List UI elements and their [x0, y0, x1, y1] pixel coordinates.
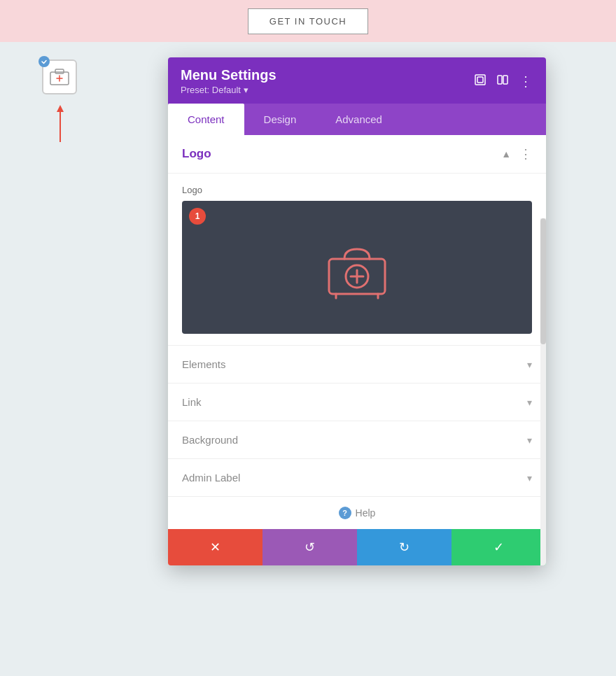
settings-panel: Menu Settings Preset: Default ▾ ⋮ — [168, 57, 546, 565]
background-chevron-icon: ▾ — [527, 435, 532, 446]
module-check-badge — [38, 56, 50, 67]
elements-chevron-icon: ▾ — [527, 359, 532, 370]
logo-field-label: Logo — [182, 185, 532, 195]
save-button[interactable]: ✓ — [451, 529, 546, 565]
logo-options-icon[interactable]: ⋮ — [519, 146, 532, 162]
module-element[interactable] — [38, 56, 80, 98]
columns-icon[interactable] — [496, 73, 509, 89]
get-in-touch-button[interactable]: GET IN TOUCH — [248, 8, 368, 34]
admin-label-label: Admin Label — [182, 472, 240, 484]
preset-label: Preset: Default — [181, 85, 241, 95]
logo-upload-area[interactable]: 1 — [182, 201, 532, 334]
svg-rect-6 — [475, 75, 485, 85]
svg-rect-1 — [55, 69, 64, 73]
panel-title: Menu Settings — [181, 67, 276, 83]
link-chevron-icon: ▾ — [527, 397, 532, 408]
tab-content[interactable]: Content — [168, 104, 244, 135]
module-icon-wrapper — [42, 59, 77, 94]
elements-section[interactable]: Elements ▾ — [168, 345, 546, 383]
reset-button[interactable]: ↺ — [262, 529, 357, 565]
link-label: Link — [182, 396, 202, 408]
panel-header-left: Menu Settings Preset: Default ▾ — [181, 67, 276, 95]
help-text: Help — [356, 507, 376, 519]
header-bar: GET IN TOUCH — [0, 0, 616, 42]
logo-section-title: Logo — [182, 147, 211, 161]
cancel-button[interactable]: ✕ — [168, 529, 262, 565]
save-icon: ✓ — [493, 540, 504, 555]
reset-icon: ↺ — [304, 540, 315, 555]
link-section[interactable]: Link ▾ — [168, 383, 546, 421]
logo-content: Logo 1 — [168, 174, 546, 345]
panel-preset[interactable]: Preset: Default ▾ — [181, 85, 276, 95]
preset-chevron-icon: ▾ — [244, 85, 248, 95]
svg-rect-9 — [503, 76, 507, 84]
logo-collapse-icon[interactable]: ▲ — [501, 148, 511, 160]
background-section[interactable]: Background ▾ — [168, 421, 546, 458]
panel-tabs: Content Design Advanced — [168, 104, 546, 135]
redo-button[interactable]: ↻ — [357, 529, 451, 565]
admin-label-section[interactable]: Admin Label ▾ — [168, 458, 546, 496]
cancel-icon: ✕ — [210, 540, 220, 555]
logo-badge: 1 — [189, 208, 206, 225]
scrollbar-thumb — [540, 218, 546, 344]
fullscreen-icon[interactable] — [474, 73, 486, 89]
svg-rect-8 — [498, 76, 502, 84]
logo-section-header: Logo ▲ ⋮ — [168, 135, 546, 174]
logo-section-actions: ▲ ⋮ — [501, 146, 532, 162]
panel-actions: ✕ ↺ ↻ ✓ — [168, 529, 546, 565]
more-options-icon[interactable]: ⋮ — [519, 73, 533, 90]
elements-label: Elements — [182, 358, 226, 370]
help-icon: ? — [339, 507, 351, 519]
svg-rect-7 — [477, 77, 483, 83]
panel-body: Logo ▲ ⋮ Logo 1 — [168, 135, 546, 529]
panel-header: Menu Settings Preset: Default ▾ ⋮ — [168, 57, 546, 104]
tab-advanced[interactable]: Advanced — [316, 104, 402, 135]
background-label: Background — [182, 434, 238, 446]
arrow-indicator — [55, 104, 65, 146]
panel-scrollbar[interactable] — [540, 218, 546, 565]
help-section[interactable]: ? Help — [168, 496, 546, 529]
tab-design[interactable]: Design — [244, 104, 316, 135]
admin-label-chevron-icon: ▾ — [527, 472, 532, 484]
panel-header-actions: ⋮ — [474, 73, 533, 90]
svg-marker-5 — [57, 105, 64, 112]
redo-icon: ↻ — [399, 540, 410, 555]
